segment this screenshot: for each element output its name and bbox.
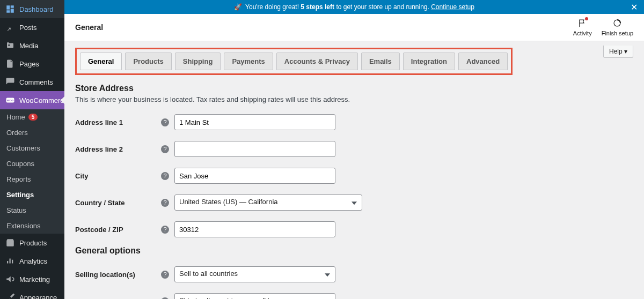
close-icon[interactable]: ✕ — [631, 2, 638, 12]
dashboard-icon — [5, 4, 15, 14]
address1-label: Address line 1 — [75, 118, 161, 126]
help-icon[interactable]: ? — [161, 297, 169, 300]
comment-icon — [5, 77, 15, 87]
store-address-heading: Store Address — [75, 84, 633, 93]
products-icon — [5, 238, 15, 248]
store-address-desc: This is where your business is located. … — [75, 95, 633, 103]
svg-text:woo: woo — [6, 99, 13, 102]
progress-circle-icon — [612, 18, 622, 29]
tab-advanced[interactable]: Advanced — [458, 53, 508, 70]
continue-setup-link[interactable]: Continue setup — [431, 3, 474, 11]
tabs-highlight: General Products Shipping Payments Accou… — [75, 48, 513, 75]
sidebar-sub-label: Reports — [6, 175, 31, 183]
flag-icon — [577, 18, 587, 29]
help-icon[interactable]: ? — [161, 118, 169, 126]
help-icon[interactable]: ? — [161, 226, 169, 234]
help-tab[interactable]: Help — [603, 46, 633, 58]
tab-general[interactable]: General — [80, 53, 122, 70]
help-icon[interactable]: ? — [161, 271, 169, 279]
sidebar-label: Media — [19, 42, 38, 50]
sidebar-analytics[interactable]: Analytics — [0, 252, 64, 270]
sidebar-comments[interactable]: Comments — [0, 73, 64, 91]
sidebar-woocommerce[interactable]: woo WooCommerce — [0, 91, 64, 109]
sidebar-posts[interactable]: Posts — [0, 18, 64, 36]
tab-products[interactable]: Products — [125, 53, 171, 70]
sidebar-label: Products — [19, 239, 47, 247]
sidebar-media[interactable]: Media — [0, 36, 64, 55]
country-select[interactable]: United States (US) — California — [174, 195, 362, 211]
postcode-input[interactable] — [174, 221, 335, 237]
page-icon — [5, 59, 15, 69]
general-options-heading: General options — [75, 246, 633, 256]
tab-payments[interactable]: Payments — [224, 53, 273, 70]
admin-sidebar: Dashboard Posts Media Pages Comments woo… — [0, 0, 64, 299]
country-label: Country / State — [75, 199, 161, 207]
sidebar-sub-status[interactable]: Status — [0, 203, 64, 218]
notification-dot — [585, 17, 588, 20]
help-icon[interactable]: ? — [161, 145, 169, 153]
help-icon[interactable]: ? — [161, 172, 169, 180]
sidebar-marketing[interactable]: Marketing — [0, 270, 64, 288]
main-content: 🚀 You're doing great! 5 steps left to ge… — [64, 0, 644, 299]
woo-icon: woo — [5, 95, 15, 105]
sidebar-label: Analytics — [19, 257, 47, 265]
sidebar-label: Pages — [19, 60, 39, 68]
setup-banner: 🚀 You're doing great! 5 steps left to ge… — [64, 0, 644, 14]
sidebar-label: Dashboard — [19, 5, 54, 13]
sidebar-label: Comments — [19, 78, 53, 86]
settings-content: Help General Products Shipping Payments … — [64, 41, 644, 299]
page-title: General — [75, 23, 103, 32]
city-label: City — [75, 172, 161, 180]
sidebar-sub-home[interactable]: Home 5 — [0, 109, 64, 125]
selling-locations-select[interactable]: Sell to all countries — [174, 266, 335, 282]
sidebar-sub-label: Home — [6, 113, 25, 121]
finish-setup-button[interactable]: Finish setup — [602, 18, 633, 36]
sidebar-label: WooCommerce — [19, 96, 64, 104]
sidebar-sub-coupons[interactable]: Coupons — [0, 156, 64, 171]
pin-icon — [5, 23, 15, 32]
shipping-locations-select[interactable]: Ship to all countries you sell to — [174, 293, 335, 299]
media-icon — [5, 41, 15, 50]
shipping-locations-label: Shipping location(s) — [75, 297, 161, 300]
settings-tabs: General Products Shipping Payments Accou… — [80, 53, 508, 70]
analytics-icon — [5, 256, 15, 266]
sidebar-sub-orders[interactable]: Orders — [0, 125, 64, 140]
sidebar-sub-label: Coupons — [6, 160, 34, 168]
sidebar-label: Posts — [19, 24, 37, 32]
sidebar-sub-settings[interactable]: Settings — [0, 187, 64, 203]
rocket-icon: 🚀 — [234, 3, 242, 11]
sidebar-sub-label: Extensions — [6, 222, 41, 230]
city-input[interactable] — [174, 168, 335, 184]
sidebar-sub-customers[interactable]: Customers — [0, 140, 64, 156]
sidebar-sub-label: Settings — [6, 191, 34, 199]
activity-label: Activity — [573, 30, 592, 36]
sidebar-appearance[interactable]: Appearance — [0, 288, 64, 299]
tab-shipping[interactable]: Shipping — [175, 53, 221, 70]
sidebar-sub-extensions[interactable]: Extensions — [0, 218, 64, 234]
tab-emails[interactable]: Emails — [361, 53, 400, 70]
help-icon[interactable]: ? — [161, 199, 169, 207]
activity-button[interactable]: Activity — [573, 18, 592, 36]
sidebar-sub-label: Orders — [6, 129, 28, 137]
selling-locations-label: Selling location(s) — [75, 271, 161, 279]
banner-text: You're doing great! 5 steps left to get … — [245, 3, 474, 11]
sidebar-sub-reports[interactable]: Reports — [0, 171, 64, 187]
sidebar-label: Marketing — [19, 275, 50, 283]
sidebar-sub-label: Status — [6, 206, 26, 214]
finish-setup-label: Finish setup — [602, 30, 633, 36]
sidebar-sub-label: Customers — [6, 144, 40, 152]
top-bar: General Activity Finish setup — [64, 14, 644, 41]
home-badge: 5 — [28, 114, 38, 121]
megaphone-icon — [5, 274, 15, 284]
address2-input[interactable] — [174, 141, 335, 157]
sidebar-dashboard[interactable]: Dashboard — [0, 0, 64, 18]
postcode-label: Postcode / ZIP — [75, 226, 161, 234]
address1-input[interactable] — [174, 114, 335, 130]
brush-icon — [5, 293, 15, 299]
sidebar-pages[interactable]: Pages — [0, 55, 64, 73]
tab-accounts[interactable]: Accounts & Privacy — [276, 53, 358, 70]
address2-label: Address line 2 — [75, 145, 161, 153]
tab-integration[interactable]: Integration — [403, 53, 455, 70]
sidebar-label: Appearance — [19, 294, 57, 300]
sidebar-products[interactable]: Products — [0, 234, 64, 252]
